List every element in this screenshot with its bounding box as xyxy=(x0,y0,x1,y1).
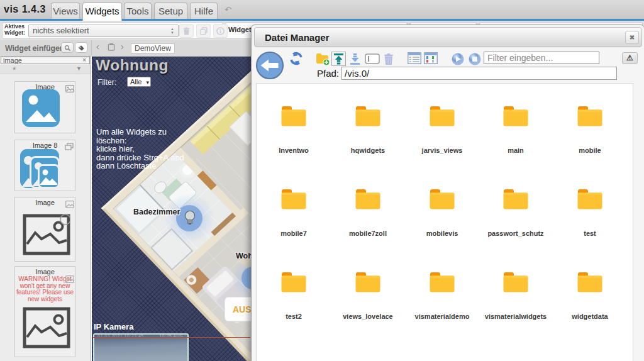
svg-text:Badezimmer: Badezimmer xyxy=(133,208,180,216)
svg-text:AUS: AUS xyxy=(233,304,252,314)
